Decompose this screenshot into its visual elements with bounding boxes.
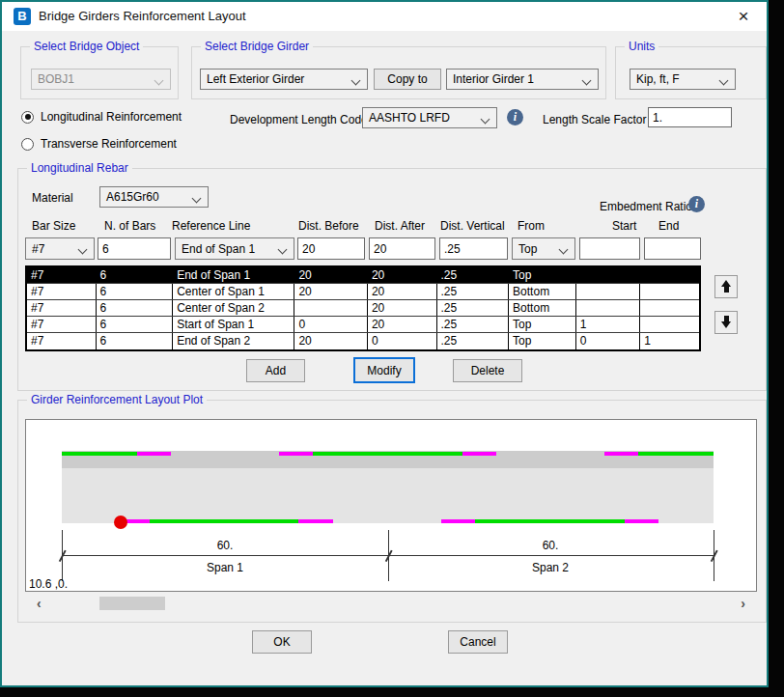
move-up-button[interactable] xyxy=(714,275,738,298)
material-label: Material xyxy=(32,191,73,205)
cancel-button[interactable]: Cancel xyxy=(448,630,508,654)
table-cell: End of Span 2 xyxy=(173,333,294,349)
radio-icon xyxy=(21,111,34,124)
table-cell: 20 xyxy=(294,284,368,299)
development-length-select[interactable]: AASHTO LRFD xyxy=(362,107,497,128)
rebar-segment-green xyxy=(475,519,625,523)
dist-vertical-input[interactable] xyxy=(439,237,508,260)
bridge-object-select: BOBJ1 xyxy=(31,69,171,90)
group-label: Select Bridge Girder xyxy=(201,40,313,53)
table-cell: 20 xyxy=(368,300,437,316)
table-row[interactable]: #76Center of Span 12020.25Bottom xyxy=(27,284,699,300)
radio-transverse[interactable]: Transverse Reinforcement xyxy=(21,137,177,151)
table-cell: 1 xyxy=(576,317,641,332)
from-select[interactable]: Top xyxy=(512,237,575,260)
chevron-down-icon xyxy=(192,194,202,204)
table-cell: Bottom xyxy=(509,300,576,316)
table-cell: 20 xyxy=(294,333,368,349)
move-down-button[interactable] xyxy=(714,311,738,334)
bar-size-select[interactable]: #7 xyxy=(25,237,95,260)
embedment-ratio-label: Embedment Ratio xyxy=(600,200,692,213)
span2-length: 60. xyxy=(492,539,608,552)
embedment-end-input[interactable] xyxy=(644,237,701,260)
close-icon[interactable]: × xyxy=(732,6,755,27)
col-header-from: From xyxy=(518,219,545,233)
add-button[interactable]: Add xyxy=(246,359,305,382)
span2-name: Span 2 xyxy=(492,561,608,574)
rebar-segment-magenta xyxy=(604,452,638,456)
table-cell xyxy=(640,300,699,316)
material-select[interactable]: A615Gr60 xyxy=(99,186,209,208)
col-header-bar-size: Bar Size xyxy=(32,219,75,233)
plot-hscrollbar[interactable]: ‹ › xyxy=(25,595,757,613)
delete-button[interactable]: Delete xyxy=(453,359,522,382)
table-cell: #7 xyxy=(27,267,97,283)
chevron-down-icon xyxy=(582,76,592,86)
table-cell: Top xyxy=(509,317,576,332)
table-cell: .25 xyxy=(437,284,510,299)
units-select[interactable]: Kip, ft, F xyxy=(630,69,736,90)
n-of-bars-input[interactable] xyxy=(98,237,171,260)
group-units: Units Kip, ft, F xyxy=(615,46,767,99)
span1-length: 60. xyxy=(167,539,283,552)
group-label: Longitudinal Rebar xyxy=(27,161,132,175)
table-row[interactable]: #76End of Span 2200.25Top01 xyxy=(27,333,699,349)
arrow-up-icon xyxy=(721,280,731,293)
table-cell: #7 xyxy=(27,300,97,316)
table-cell: Top xyxy=(509,333,576,349)
development-length-label: Development Length Code xyxy=(230,113,368,126)
rebar-segment-magenta xyxy=(279,452,313,456)
table-cell xyxy=(640,317,699,332)
table-cell: #7 xyxy=(27,284,97,299)
table-cell: 0 xyxy=(576,333,641,349)
table-cell: Start of Span 1 xyxy=(173,317,294,332)
length-scale-input[interactable] xyxy=(648,107,732,127)
table-cell xyxy=(576,300,641,316)
rebar-segment-magenta xyxy=(462,452,496,456)
scroll-left-icon[interactable]: ‹ xyxy=(37,596,42,611)
copy-to-button[interactable]: Copy to xyxy=(374,69,441,90)
copy-target-select[interactable]: Interior Girder 1 xyxy=(446,69,599,90)
table-cell: 6 xyxy=(97,284,174,299)
modify-button[interactable]: Modify xyxy=(353,357,415,383)
table-cell xyxy=(640,284,699,299)
table-row[interactable]: #76Start of Span 1020.25Top1 xyxy=(27,317,699,333)
table-row[interactable]: #76Center of Span 220.25Bottom xyxy=(27,300,699,317)
rebar-segment-magenta xyxy=(137,452,171,456)
length-scale-label: Length Scale Factor xyxy=(543,113,646,126)
table-cell: 1 xyxy=(640,333,699,349)
chevron-down-icon xyxy=(559,245,569,255)
table-cell: 20 xyxy=(368,284,437,299)
chevron-down-icon xyxy=(351,76,361,86)
rebar-segment-green xyxy=(150,519,298,523)
table-cell: Bottom xyxy=(509,284,576,299)
ok-button[interactable]: OK xyxy=(252,630,312,654)
selected-rebar-marker xyxy=(114,516,127,529)
col-header-end: End xyxy=(658,219,679,233)
rebar-table[interactable]: #76End of Span 12020.25Top#76Center of S… xyxy=(25,265,701,351)
bridge-girder-select[interactable]: Left Exterior Girder xyxy=(200,69,368,90)
scrollbar-thumb[interactable] xyxy=(99,597,165,610)
chevron-down-icon xyxy=(481,115,490,125)
embedment-start-input[interactable] xyxy=(579,237,640,260)
rebar-segment-magenta xyxy=(441,519,475,523)
group-longitudinal-rebar: Longitudinal Rebar Material A615Gr60 Emb… xyxy=(17,168,767,391)
table-cell: .25 xyxy=(437,317,510,332)
table-cell xyxy=(640,267,699,283)
girder-plot: 60. 60. Span 1 Span 2 10.6 ,0. xyxy=(25,419,757,592)
reference-line-select[interactable]: End of Span 1 xyxy=(175,237,294,260)
chevron-down-icon xyxy=(719,76,729,86)
dist-after-input[interactable] xyxy=(369,237,435,260)
table-cell: 6 xyxy=(97,333,174,349)
table-cell: .25 xyxy=(437,267,510,283)
embedment-ratio-info-icon[interactable]: i xyxy=(688,196,705,212)
rebar-segment-magenta xyxy=(625,519,658,523)
dist-before-input[interactable] xyxy=(297,237,365,260)
table-row[interactable]: #76End of Span 12020.25Top xyxy=(27,267,699,284)
table-cell: End of Span 1 xyxy=(173,267,294,283)
col-header-dist-before: Dist. Before xyxy=(298,219,359,233)
scroll-right-icon[interactable]: › xyxy=(741,596,745,611)
radio-longitudinal[interactable]: Longitudinal Reinforcement xyxy=(21,110,182,124)
arrow-down-icon xyxy=(721,316,731,328)
development-length-info-icon[interactable]: i xyxy=(507,109,523,125)
